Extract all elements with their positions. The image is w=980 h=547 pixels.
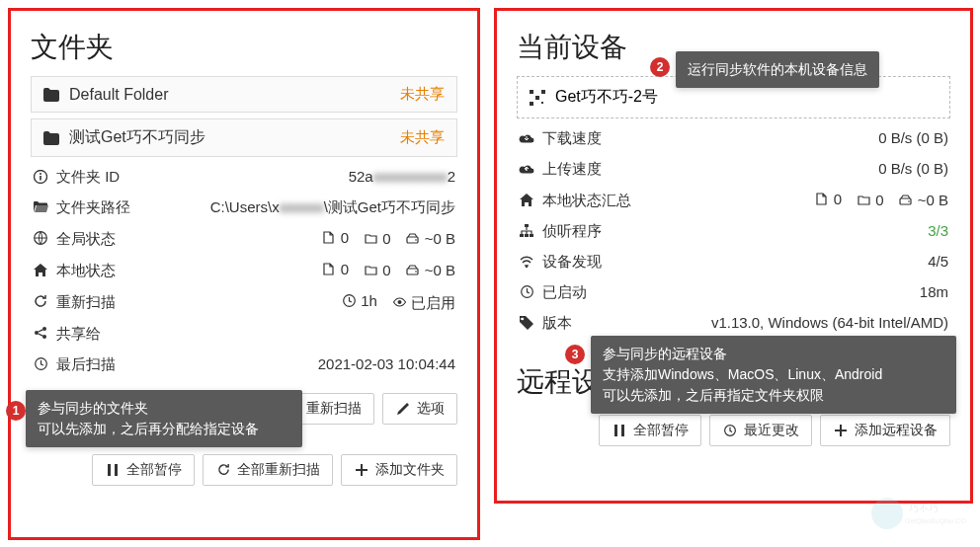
svg-rect-27 xyxy=(525,234,529,237)
plus-icon xyxy=(833,423,849,438)
device-details: 下载速度 0 B/s (0 B) 上传速度 0 B/s (0 B) 本地状态汇总… xyxy=(517,118,950,344)
remote-bottom-bar: 全部暂停 最近更改 添加远程设备 xyxy=(517,415,950,446)
row-upload: 上传速度 0 B/s (0 B) xyxy=(517,153,950,184)
svg-rect-31 xyxy=(614,425,617,436)
row-version: 版本 v1.13.0, Windows (64-bit Intel/AMD) xyxy=(517,307,950,338)
disk-icon xyxy=(405,263,421,278)
dir-icon xyxy=(363,263,378,278)
svg-point-9 xyxy=(397,300,401,304)
annotation-tooltip-2: 运行同步软件的本机设备信息 xyxy=(676,51,879,88)
add-remote-button[interactable]: 添加远程设备 xyxy=(820,415,950,446)
refresh-icon xyxy=(33,293,48,309)
pencil-icon xyxy=(395,401,411,417)
eye-icon xyxy=(391,294,407,310)
tag-icon xyxy=(519,315,534,331)
last-scan-value: 2021-02-03 10:04:44 xyxy=(116,353,455,374)
svg-point-7 xyxy=(415,271,417,273)
row-download: 下载速度 0 B/s (0 B) xyxy=(517,122,950,153)
home-icon xyxy=(33,262,48,277)
svg-rect-26 xyxy=(520,234,524,237)
clock-icon xyxy=(519,284,534,300)
folder-name: Default Folder xyxy=(69,86,169,104)
dir-icon xyxy=(856,193,871,208)
folder-id-value: 52axxxxxxxxxx2 xyxy=(120,166,455,187)
globe-icon xyxy=(33,230,48,246)
row-last-scan: 最后扫描 2021-02-03 10:04:44 xyxy=(31,349,457,379)
folder-row-default[interactable]: Default Folder 未共享 xyxy=(31,76,457,113)
global-state-value: 0 0 ~0 B xyxy=(116,227,455,249)
folder-icon xyxy=(43,87,59,103)
file-icon xyxy=(814,192,830,207)
disk-icon xyxy=(898,193,914,208)
svg-text:GetQiaoBuQiao.COM: GetQiaoBuQiao.COM xyxy=(905,517,966,525)
pause-icon xyxy=(105,462,121,478)
row-uptime: 已启动 18m xyxy=(517,276,950,307)
clock-icon xyxy=(341,293,357,309)
row-listeners: 侦听程序 3/3 xyxy=(517,215,950,246)
svg-text:巧不巧: 巧不巧 xyxy=(909,503,939,513)
row-rescan: 重新扫描 1h 已启用 xyxy=(31,285,457,318)
folders-panel: 文件夹 Default Folder 未共享 测试Get巧不巧同步 未共享 文件… xyxy=(8,8,480,540)
qr-icon xyxy=(530,90,545,106)
share-icon xyxy=(33,325,48,341)
svg-point-12 xyxy=(42,335,46,339)
folder-status: 未共享 xyxy=(400,128,445,147)
row-folder-id: 文件夹 ID 52axxxxxxxxxx2 xyxy=(31,161,457,192)
svg-rect-22 xyxy=(541,102,543,104)
svg-point-5 xyxy=(415,239,417,241)
cloud-down-icon xyxy=(519,130,534,146)
svg-rect-28 xyxy=(530,234,533,237)
info-icon xyxy=(33,169,48,185)
svg-rect-17 xyxy=(115,464,118,476)
folder-status: 未共享 xyxy=(400,85,445,104)
refresh-icon xyxy=(215,462,231,478)
add-folder-button[interactable]: 添加文件夹 xyxy=(341,454,457,486)
annotation-badge-2: 2 xyxy=(650,57,670,77)
annotation-badge-1: 1 xyxy=(6,401,26,421)
row-global-state: 全局状态 0 0 ~0 B xyxy=(31,222,457,254)
folder-icon xyxy=(43,130,59,146)
svg-point-2 xyxy=(40,173,41,175)
svg-point-30 xyxy=(522,317,524,319)
svg-rect-1 xyxy=(40,176,41,181)
pause-all-remote-button[interactable]: 全部暂停 xyxy=(599,415,701,446)
signal-icon xyxy=(519,254,534,270)
svg-rect-20 xyxy=(541,90,545,94)
device-name: Get巧不巧-2号 xyxy=(555,87,658,108)
row-folder-path: 文件夹路径 C:\Users\xxxxxxx\测试Get巧不巧同步 xyxy=(31,192,457,222)
annotation-badge-3: 3 xyxy=(565,345,585,364)
cloud-up-icon xyxy=(519,161,534,177)
clock-icon xyxy=(722,423,738,438)
svg-rect-32 xyxy=(621,425,624,436)
svg-point-10 xyxy=(35,331,39,335)
clock-icon xyxy=(33,355,48,371)
folder-row-test[interactable]: 测试Get巧不巧同步 未共享 xyxy=(31,118,457,157)
annotation-tooltip-3: 参与同步的远程设备 支持添加Windows、MacOS、Linux、Androi… xyxy=(591,336,956,414)
plus-icon xyxy=(354,462,369,478)
svg-point-11 xyxy=(42,327,46,331)
annotation-tooltip-1: 参与同步的文件夹 可以先添加，之后再分配给指定设备 xyxy=(26,390,302,447)
pause-all-button[interactable]: 全部暂停 xyxy=(92,454,195,486)
watermark: 巧不巧GetQiaoBuQiao.COM xyxy=(867,494,966,533)
disk-icon xyxy=(405,231,421,247)
folder-details: 文件夹 ID 52axxxxxxxxxx2 文件夹路径 C:\Users\xxx… xyxy=(31,157,457,385)
row-share: 共享给 xyxy=(31,318,457,349)
file-icon xyxy=(321,230,337,246)
row-local-summary: 本地状态汇总 0 0 ~0 B xyxy=(517,184,950,215)
folder-open-icon xyxy=(33,199,48,215)
folder-path-value: C:\Users\xxxxxxx\测试Get巧不巧同步 xyxy=(130,196,455,217)
folders-bottom-bar: 全部暂停 全部重新扫描 添加文件夹 xyxy=(31,454,457,486)
options-button[interactable]: 选项 xyxy=(382,393,457,425)
home-icon xyxy=(519,192,534,207)
row-local-state: 本地状态 0 0 ~0 B xyxy=(31,254,457,285)
svg-rect-25 xyxy=(525,224,529,227)
folder-name: 测试Get巧不巧同步 xyxy=(69,127,205,148)
recent-changes-button[interactable]: 最近更改 xyxy=(709,415,812,446)
svg-rect-19 xyxy=(530,102,533,106)
folders-title: 文件夹 xyxy=(31,29,457,66)
svg-rect-18 xyxy=(530,90,533,94)
rescan-all-button[interactable]: 全部重新扫描 xyxy=(203,454,333,486)
file-icon xyxy=(321,262,337,277)
svg-rect-16 xyxy=(108,464,111,476)
pause-icon xyxy=(612,423,627,438)
